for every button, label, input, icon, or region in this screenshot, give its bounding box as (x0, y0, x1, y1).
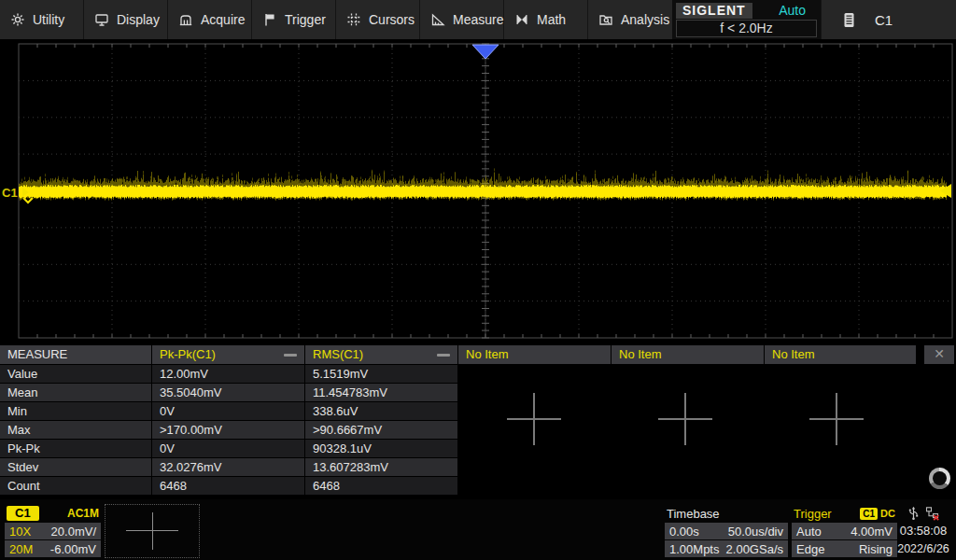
channel-marker-chevron-icon (23, 198, 33, 203)
measure-col-noitem-3[interactable]: No Item (765, 345, 916, 364)
analysis-icon (598, 12, 613, 27)
menu-measure[interactable]: Measure (420, 0, 504, 39)
trigger-coupling: DC (880, 508, 895, 519)
math-icon (514, 12, 529, 27)
trigger-descriptor[interactable]: Trigger C1 DC Auto 4.00mV Edge Rising (792, 504, 897, 557)
menu-utility-label: Utility (33, 12, 64, 27)
header-right: C1 (822, 0, 956, 39)
trigger-flag-icon (262, 12, 277, 27)
measure-col-rms[interactable]: RMS(C1) (305, 345, 457, 364)
menubar: Utility Display Acquire Trigger Cursors (0, 0, 956, 39)
measure-ruler-icon (430, 12, 445, 27)
display-icon (94, 12, 109, 27)
remove-measure-icon[interactable] (284, 354, 297, 357)
menu-analysis[interactable]: Analysis (588, 0, 672, 39)
add-measurement-icon[interactable] (658, 393, 712, 445)
channel-badge[interactable]: C1 (7, 506, 39, 521)
graticule: C1 (0, 39, 956, 342)
trigger-position-marker[interactable] (472, 45, 499, 59)
menu-acquire-label: Acquire (201, 12, 245, 27)
usb-icon (907, 506, 920, 521)
add-measurement-icon[interactable] (809, 393, 864, 445)
timebase-scale: 50.0us/div (728, 525, 783, 539)
menu-display[interactable]: Display (84, 0, 168, 39)
table-row-count: Count 6468 6468 (0, 477, 956, 495)
trigger-level: 4.00mV (851, 525, 893, 539)
trigger-type: Edge (796, 542, 824, 556)
trigger-frequency: f < 2.0Hz (676, 20, 817, 37)
menu-analysis-label: Analysis (621, 12, 669, 27)
channel-offset-marker[interactable]: C1 (2, 186, 18, 200)
cursors-icon (346, 12, 361, 27)
lan-disconnected-icon (925, 506, 940, 521)
channel-offset: -6.00mV (50, 542, 96, 556)
gear-icon (10, 12, 25, 27)
menu-math[interactable]: Math (504, 0, 588, 39)
close-icon[interactable]: ✕ (924, 345, 954, 364)
siglent-logo: SIGLENT (676, 3, 752, 19)
clock-time: 03:58:08 (894, 522, 952, 540)
trigger-mode: Auto (796, 525, 822, 539)
measure-header-row: MEASURE Pk-Pk(C1) RMS(C1) No Item No Ite… (0, 345, 956, 364)
bottom-status-bar: C1 AC1M 10X 20.0mV/ 20M -6.00mV Timebase… (0, 499, 956, 560)
menu-cursors-label: Cursors (369, 12, 415, 27)
menu-acquire[interactable]: Acquire (168, 0, 252, 39)
waveform-display: C1 (0, 39, 956, 342)
timebase-title: Timebase (667, 507, 720, 521)
timebase-delay: 0.00s (669, 525, 699, 539)
measure-col-pkpk[interactable]: Pk-Pk(C1) (152, 345, 304, 364)
trigger-source-badge: C1 (860, 508, 878, 520)
add-channel-button[interactable] (105, 504, 200, 558)
menu-measure-label: Measure (453, 12, 503, 27)
menu-math-label: Math (537, 12, 566, 27)
measure-col-noitem-1[interactable]: No Item (458, 345, 611, 364)
channel-scale: 20.0mV/ (51, 525, 96, 539)
channel-attenuation: 10X (9, 525, 31, 539)
clock-date: 2022/6/26 (894, 540, 952, 557)
menu-utility[interactable]: Utility (0, 0, 84, 39)
timebase-samplerate: 2.00GSa/s (726, 542, 783, 556)
menu-trigger-label: Trigger (285, 12, 326, 27)
acquisition-status: Auto (779, 3, 817, 18)
active-channel-indicator[interactable]: C1 (875, 12, 893, 28)
brand-block: SIGLENT Auto f < 2.0Hz (672, 0, 822, 39)
acquire-icon (178, 12, 193, 27)
add-measurement-icon[interactable] (507, 393, 561, 445)
c1-trace (20, 185, 947, 199)
list-icon (842, 12, 856, 28)
reset-statistics-icon[interactable] (929, 468, 950, 489)
channel-descriptor-c1[interactable]: C1 AC1M 10X 20.0mV/ 20M -6.00mV (5, 504, 101, 557)
measure-title: MEASURE (0, 345, 151, 364)
menu-trigger[interactable]: Trigger (252, 0, 336, 39)
channel-coupling: AC1M (67, 507, 99, 520)
menu-cursors[interactable]: Cursors (336, 0, 420, 39)
channel-bandwidth: 20M (9, 542, 33, 556)
system-status: 03:58:08 2022/6/26 (894, 504, 952, 557)
remove-measure-icon[interactable] (437, 354, 450, 357)
trigger-slope: Rising (859, 542, 893, 556)
table-row-stdev: Stdev 32.0276mV 13.607283mV (0, 458, 956, 476)
timebase-memory: 1.00Mpts (669, 542, 719, 556)
table-row-value: Value 12.00mV 5.1519mV (0, 365, 956, 383)
trigger-title: Trigger (794, 507, 832, 521)
measure-col-noitem-2[interactable]: No Item (612, 345, 764, 364)
menu-display-label: Display (117, 12, 160, 27)
timebase-descriptor[interactable]: Timebase 0.00s 50.0us/div 1.00Mpts 2.00G… (665, 504, 788, 557)
